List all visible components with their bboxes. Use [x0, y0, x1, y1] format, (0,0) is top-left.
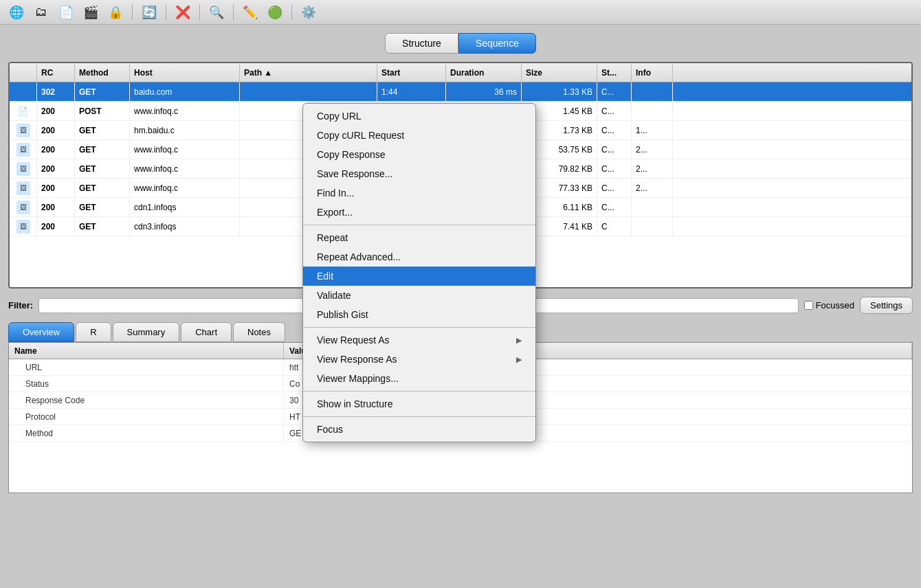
menu-item-validate[interactable]: Validate: [303, 286, 535, 305]
col-header-rc[interactable]: RC: [37, 63, 75, 82]
menu-item-edit[interactable]: Edit: [303, 267, 535, 286]
col-header-method[interactable]: Method: [75, 63, 130, 82]
row-rc: 200: [37, 121, 75, 139]
col-header-start[interactable]: Start: [377, 63, 446, 82]
toolbar-icon-pencil[interactable]: ✏️: [239, 3, 261, 22]
row-info: [632, 198, 673, 216]
row-duration: 36 ms: [446, 82, 522, 101]
toolbar-icon-search[interactable]: 🔍: [206, 3, 228, 22]
toolbar-separator-3: [199, 4, 200, 21]
table-row[interactable]: ↺ 302 GET baidu.com 1:44 36 ms 1.33 KB C…: [10, 82, 911, 102]
row-info: 1...: [632, 121, 673, 139]
menu-item-export[interactable]: Export...: [303, 203, 535, 222]
row-method: GET: [75, 198, 130, 216]
row-info: [632, 102, 673, 120]
row-rc: 200: [37, 159, 75, 178]
menu-item-viewer-mappings[interactable]: Viewer Mappings...: [303, 369, 535, 388]
row-path: [240, 82, 377, 101]
row-st: C...: [597, 121, 632, 139]
row-icon: 🖼: [10, 198, 37, 216]
toolbar: 🌐 🗂 📄 🎬 🔒 🔄 ❌ 🔍 ✏️ 🟢 ⚙️: [0, 0, 921, 25]
filter-label: Filter:: [8, 300, 33, 310]
menu-separator-3: [303, 391, 535, 392]
toolbar-icon-film[interactable]: 🎬: [80, 3, 102, 22]
menu-item-publish-gist[interactable]: Publish Gist: [303, 305, 535, 324]
menu-item-show-in-structure[interactable]: Show in Structure: [303, 394, 535, 414]
settings-button[interactable]: Settings: [860, 297, 913, 314]
menu-item-focus[interactable]: Focus: [303, 420, 535, 439]
toolbar-icon-reload[interactable]: 🔄: [138, 3, 160, 22]
toolbar-icon-folder[interactable]: 🗂: [30, 3, 52, 22]
focussed-label: Focussed: [816, 300, 854, 310]
row-icon: ↺: [10, 82, 37, 101]
tab-structure[interactable]: Structure: [385, 33, 458, 54]
img-icon: 🖼: [16, 220, 30, 234]
row-st: C...: [597, 198, 632, 216]
row-rc: 200: [37, 198, 75, 216]
toolbar-icon-green[interactable]: 🟢: [264, 3, 286, 22]
tab-summary[interactable]: Summary: [113, 322, 180, 342]
row-host: cdn1.infoqs: [130, 198, 240, 216]
row-rc: 200: [37, 102, 75, 120]
row-st: C...: [597, 102, 632, 120]
menu-item-view-request-as[interactable]: View Request As ▶: [303, 330, 535, 350]
toolbar-icon-lock[interactable]: 🔒: [104, 3, 126, 22]
img-icon: 🖼: [16, 181, 30, 195]
col-header-host[interactable]: Host: [130, 63, 240, 82]
tab-overview[interactable]: Overview: [8, 322, 74, 342]
tab-sequence[interactable]: Sequence: [458, 33, 536, 54]
img-icon: 🖼: [16, 143, 30, 157]
col-header-size[interactable]: Size: [522, 63, 597, 82]
focussed-checkbox[interactable]: [804, 301, 813, 310]
menu-item-save-response[interactable]: Save Response...: [303, 164, 535, 183]
row-rc: 302: [37, 82, 75, 101]
submenu-arrow-response: ▶: [516, 355, 522, 364]
menu-separator-1: [303, 225, 535, 225]
menu-item-repeat[interactable]: Repeat: [303, 228, 535, 247]
row-method: GET: [75, 217, 130, 236]
col-header-duration[interactable]: Duration: [446, 63, 522, 82]
toolbar-icon-doc[interactable]: 📄: [55, 3, 77, 22]
toolbar-icon-globe[interactable]: 🌐: [5, 3, 27, 22]
tab-chart[interactable]: Chart: [181, 322, 232, 342]
doc-icon: 📄: [16, 104, 30, 118]
menu-separator-4: [303, 416, 535, 417]
row-start: 1:44: [377, 82, 446, 101]
toolbar-separator-5: [291, 4, 292, 21]
toolbar-separator-1: [132, 4, 133, 21]
row-icon: 🖼: [10, 121, 37, 139]
menu-item-repeat-advanced[interactable]: Repeat Advanced...: [303, 247, 535, 267]
row-icon: 🖼: [10, 179, 37, 197]
focussed-checkbox-container: Focussed: [804, 300, 854, 310]
row-icon: 🖼: [10, 217, 37, 236]
detail-field-status: Status: [9, 376, 284, 392]
toolbar-icon-gear[interactable]: ⚙️: [298, 3, 320, 22]
row-icon: 🖼: [10, 140, 37, 159]
table-header: RC Method Host Path ▲ Start Duration Siz…: [10, 63, 911, 82]
context-menu: Copy URL Copy cURL Request Copy Response…: [302, 103, 536, 442]
row-host: www.infoq.c: [130, 179, 240, 197]
col-header-info[interactable]: Info: [632, 63, 673, 82]
row-method: GET: [75, 82, 130, 101]
toolbar-separator-2: [166, 4, 166, 21]
row-method: GET: [75, 121, 130, 139]
submenu-arrow-request: ▶: [516, 336, 522, 345]
toolbar-separator-4: [233, 4, 234, 21]
menu-item-copy-curl[interactable]: Copy cURL Request: [303, 126, 535, 145]
menu-item-find-in[interactable]: Find In...: [303, 183, 535, 203]
tab-r[interactable]: R: [76, 322, 111, 342]
detail-field-protocol: Protocol: [9, 409, 284, 425]
menu-item-copy-response[interactable]: Copy Response: [303, 145, 535, 164]
reload-icon: ↺: [16, 85, 30, 99]
top-tab-bar: Structure Sequence: [8, 33, 913, 54]
menu-item-copy-url[interactable]: Copy URL: [303, 106, 535, 126]
detail-field-response-code: Response Code: [9, 392, 284, 408]
tab-notes[interactable]: Notes: [233, 322, 285, 342]
toolbar-icon-stop[interactable]: ❌: [172, 3, 194, 22]
row-info: 2...: [632, 159, 673, 178]
menu-item-view-response-as[interactable]: View Response As ▶: [303, 350, 535, 369]
row-st: C: [597, 217, 632, 236]
col-header-path[interactable]: Path ▲: [240, 63, 377, 82]
img-icon: 🖼: [16, 162, 30, 176]
col-header-st[interactable]: St...: [597, 63, 632, 82]
